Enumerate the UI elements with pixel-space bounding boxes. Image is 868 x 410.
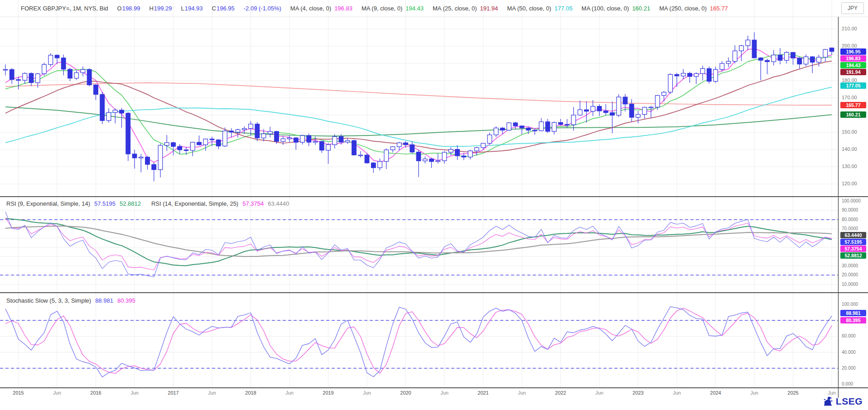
ma-legend-label: MA (50, close, 0) <box>507 5 551 12</box>
time-axis-label: Jun <box>828 390 836 396</box>
time-axis-label: Jun <box>208 390 216 396</box>
time-axis-label: 2018 <box>245 390 256 396</box>
time-axis-label: 2024 <box>710 390 721 396</box>
ma-legend-value: 196.83 <box>334 5 352 12</box>
main-pane-surface[interactable] <box>0 18 838 196</box>
ma-legend-label: MA (250, close, 0) <box>659 5 707 12</box>
price-badge: 177.05 <box>840 82 866 89</box>
rsi-badge: 57.3754 <box>840 246 866 252</box>
ma-legend-ma4[interactable]: MA (4, close, 0)196.83 <box>290 5 352 12</box>
stoch-k-value: 88.981 <box>95 297 113 304</box>
lseg-logo: LSEG <box>822 396 863 407</box>
stoch-pane-surface[interactable] <box>0 294 838 387</box>
rsi-ma-value-1: 52.8812 <box>120 200 141 207</box>
quote-close: C196.95 <box>212 5 235 12</box>
price-axis-label: 210.00 <box>842 26 857 31</box>
price-axis-label: 150.00 <box>842 129 857 135</box>
stoch-axis-label: 20.000 <box>842 366 856 371</box>
time-axis-label: Jun <box>518 390 526 396</box>
rsi-axis-label: 100.0000 <box>842 198 861 203</box>
rsi-axis-label: 30.0000 <box>842 263 858 268</box>
time-axis-label: 2021 <box>477 390 488 396</box>
ma-legend-ma50[interactable]: MA (50, close, 0)177.05 <box>507 5 572 12</box>
stoch-d-value: 80.395 <box>117 297 135 304</box>
price-axis-label: 140.00 <box>842 146 857 152</box>
time-axis-label: Jun <box>363 390 371 396</box>
rsi-badge: 57.5195 <box>840 239 866 245</box>
quote-low: L194.93 <box>181 5 203 12</box>
rsi-axis-label: 10.0000 <box>842 282 858 287</box>
rsi-ma-value-2: 63.4440 <box>268 200 289 207</box>
stoch-badge: 80.395 <box>840 317 866 323</box>
price-axis-label: 200.00 <box>842 43 857 48</box>
time-axis-label: 2017 <box>168 390 178 396</box>
ma-legend-ma250[interactable]: MA (250, close, 0)165.77 <box>659 5 728 12</box>
stoch-axis-label: 60.000 <box>842 333 856 338</box>
rsi-label-1[interactable]: RSI (9, Exponential, Simple, 14) <box>6 200 90 207</box>
time-axis-label: Jun <box>440 390 448 396</box>
time-axis-label: 2023 <box>632 390 643 396</box>
quote-high: H199.29 <box>149 5 172 12</box>
price-axis-label: 120.00 <box>842 181 857 186</box>
rsi-axis-label: 20.0000 <box>842 272 858 277</box>
stoch-label[interactable]: Stochastic Slow (5, 3, 3, Simple) <box>6 297 91 304</box>
time-axis-label: 2022 <box>555 390 566 396</box>
chart-header: FOREX GBPJPY=, 1M, NYS, Bid O198.99 H199… <box>0 0 868 16</box>
ma-legend-label: MA (25, close, 0) <box>433 5 477 12</box>
stoch-axis-label: 0.000 <box>842 381 853 386</box>
chart-window: FOREX GBPJPY=, 1M, NYS, Bid O198.99 H199… <box>0 0 868 410</box>
time-axis-label: 2015 <box>13 390 24 396</box>
quote-open: O198.99 <box>117 5 140 12</box>
price-badge: 194.43 <box>840 62 866 68</box>
currency-button[interactable]: JPY <box>841 2 864 14</box>
rsi-badge: 52.8812 <box>840 252 866 259</box>
rsi-label-2[interactable]: RSI (14, Exponential, Simple, 25) <box>151 200 238 207</box>
price-badge: 160.21 <box>840 111 866 118</box>
rsi-header: RSI (9, Exponential, Simple, 14) 57.5195… <box>6 200 289 207</box>
time-axis-label: Jun <box>53 390 61 396</box>
time-axis-label: 2019 <box>323 390 333 396</box>
rsi-value-2: 57.3754 <box>242 200 264 207</box>
rsi-badge: 63.4440 <box>840 232 866 238</box>
rsi-axis-label: 90.0000 <box>842 207 858 212</box>
time-axis-label: 2025 <box>787 390 798 396</box>
price-badge: 196.95 <box>840 48 866 55</box>
time-axis-label: Jun <box>285 390 294 396</box>
ma-legend-ma25[interactable]: MA (25, close, 0)191.94 <box>433 5 498 12</box>
ma-legend-label: MA (100, close, 0) <box>582 5 629 12</box>
ma-legend-label: MA (9, close, 0) <box>362 5 402 12</box>
time-axis-label: 2016 <box>90 390 101 396</box>
price-badge: 191.94 <box>840 69 866 75</box>
price-axis-label: 130.00 <box>842 164 857 169</box>
price-badge: 196.83 <box>840 55 866 62</box>
rsi-value-1: 57.5195 <box>94 200 116 207</box>
rsi-axis-label: 80.0000 <box>842 217 858 222</box>
price-axis-label: 170.00 <box>842 95 857 100</box>
time-axis-label: Jun <box>130 390 139 396</box>
ma-legend-label: MA (4, close, 0) <box>290 5 331 12</box>
ma-legend-value: 191.94 <box>480 5 498 12</box>
ma-legend-value: 165.77 <box>710 5 728 12</box>
time-axis-label: 2020 <box>400 390 411 396</box>
price-badge: 165.77 <box>840 102 866 108</box>
ma-legend-value: 177.05 <box>555 5 573 12</box>
time-axis-label: Jun <box>673 390 681 396</box>
ma-legend-value: 194.43 <box>405 5 424 12</box>
quote-change: -2.09 (-1.05%) <box>244 5 281 12</box>
stoch-badge: 88.981 <box>840 310 866 316</box>
rsi-pane-surface[interactable] <box>0 198 838 292</box>
ma-legend: MA (4, close, 0)196.83MA (9, close, 0)19… <box>290 5 728 12</box>
lseg-logo-icon <box>822 396 834 407</box>
ma-legend-ma100[interactable]: MA (100, close, 0)160.21 <box>582 5 651 12</box>
lseg-logo-text: LSEG <box>836 396 863 407</box>
instrument-title[interactable]: FOREX GBPJPY=, 1M, NYS, Bid <box>21 5 108 12</box>
time-axis-label: Jun <box>750 390 758 396</box>
ma-legend-ma9[interactable]: MA (9, close, 0)194.43 <box>362 5 424 12</box>
stochastic-header: Stochastic Slow (5, 3, 3, Simple) 88.981… <box>6 297 135 304</box>
ma-legend-value: 160.21 <box>632 5 650 12</box>
stoch-axis-label: 40.000 <box>842 350 856 355</box>
price-axis-label: 180.00 <box>842 77 857 83</box>
time-axis-label: Jun <box>595 390 603 396</box>
stoch-axis-label: 100.000 <box>842 302 858 307</box>
rsi-axis-label: 70.0000 <box>842 226 858 231</box>
